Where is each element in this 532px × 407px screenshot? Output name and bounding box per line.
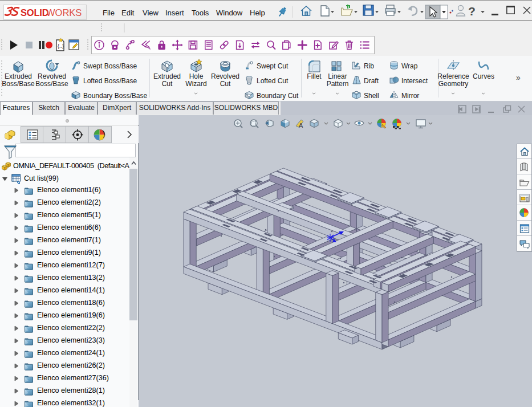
- svg-text:A: A: [299, 122, 303, 129]
- svg-text:{..}: {..}: [58, 43, 64, 49]
- svg-text:WORKS: WORKS: [46, 7, 82, 18]
- svg-text:SOLID: SOLID: [21, 7, 49, 18]
- svg-text:?: ?: [468, 5, 476, 18]
